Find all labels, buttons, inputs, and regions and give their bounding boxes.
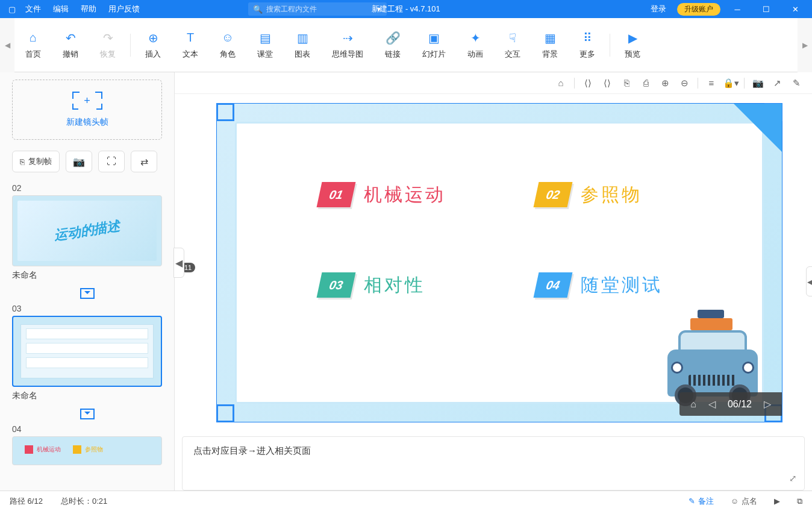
selection-corner[interactable] xyxy=(216,404,234,422)
search-input[interactable] xyxy=(266,5,373,13)
frame-title: 未命名 xyxy=(12,270,162,281)
menu-help[interactable]: 帮助 xyxy=(75,4,102,14)
toc-number: 01 xyxy=(317,182,356,207)
tool-interact[interactable]: ☟交互 xyxy=(494,25,531,66)
tool-redo[interactable]: ↷恢复 xyxy=(89,25,126,66)
scan-button[interactable]: ⛶ xyxy=(98,151,125,172)
frame-transition-icon[interactable] xyxy=(0,409,174,419)
redo-icon: ↷ xyxy=(101,31,115,45)
new-frame-button[interactable]: + 新建镜头帧 xyxy=(12,80,162,140)
login-link[interactable]: 登录 xyxy=(645,4,672,14)
nav-fwd-icon[interactable]: ⟨⟩ xyxy=(599,75,616,92)
toolbar-scroll-right[interactable]: ▶ xyxy=(798,18,812,72)
tool-anim[interactable]: ✦动画 xyxy=(457,25,494,66)
toc-item-04[interactable]: 04 随堂测试 xyxy=(536,272,663,298)
toolbar-scroll-left[interactable]: ◀ xyxy=(0,18,14,72)
tool-link[interactable]: 🔗链接 xyxy=(374,25,411,66)
copy-frame-button[interactable]: ⎘复制帧 xyxy=(12,151,60,172)
export-icon[interactable]: ↗ xyxy=(769,75,785,92)
collapse-left-panel[interactable]: ◀ xyxy=(173,248,184,278)
slide-nav-overlay: ⌂ ◁ 06/12 ▷ xyxy=(679,392,782,416)
minimize-button[interactable]: ─ xyxy=(725,0,749,18)
frame-thumbnail[interactable]: 运动的描述 xyxy=(12,195,162,266)
status-play[interactable]: ▶ xyxy=(774,497,780,506)
status-rollcall[interactable]: ☺点名 xyxy=(731,496,757,507)
person-icon: ☺ xyxy=(220,31,235,45)
tool-role[interactable]: ☺角色 xyxy=(209,25,246,66)
slide-canvas[interactable]: 01 机械运动 02 参照物 03 相对性 04 随堂测试 xyxy=(216,103,782,422)
maximize-button[interactable]: ☐ xyxy=(754,0,778,18)
tool-class[interactable]: ▤课堂 xyxy=(246,25,284,66)
slide-icon: ▣ xyxy=(427,31,442,45)
expand-notes-icon[interactable]: ⤢ xyxy=(789,473,797,484)
upgrade-button[interactable]: 升级账户 xyxy=(677,3,720,16)
tool-mindmap[interactable]: ⇢思维导图 xyxy=(321,25,374,66)
menu-edit[interactable]: 编辑 xyxy=(47,4,75,14)
search-box[interactable]: 🔍 ▼ xyxy=(248,2,387,16)
toc-number: 04 xyxy=(534,272,573,298)
mindmap-icon: ⇢ xyxy=(340,31,355,45)
selection-corner[interactable] xyxy=(216,103,234,121)
tool-bg[interactable]: ▦背景 xyxy=(531,25,569,66)
scan-icon: ⛶ xyxy=(107,156,116,167)
paste-icon[interactable]: ⎙ xyxy=(637,75,654,92)
align-icon[interactable]: ≡ xyxy=(703,75,720,92)
frame-number: 02 xyxy=(12,183,162,193)
home-icon: ⌂ xyxy=(26,31,40,45)
nav-home-icon[interactable]: ⌂ xyxy=(690,399,696,410)
canvas-home-icon[interactable]: ⌂ xyxy=(552,75,569,92)
frame-item-03[interactable]: 03 未命名 xyxy=(12,304,162,401)
tool-home[interactable]: ⌂首页 xyxy=(14,25,52,66)
separator xyxy=(610,34,610,57)
search-icon: 🔍 xyxy=(253,5,263,14)
frame-number: 03 xyxy=(12,304,162,313)
tool-insert[interactable]: ⊕插入 xyxy=(134,25,172,66)
app-icon: ▢ xyxy=(5,5,19,14)
frame-transition-icon[interactable] xyxy=(0,288,174,299)
zoom-out-icon[interactable]: ⊖ xyxy=(676,75,693,92)
nav-back-icon[interactable]: ⟨⟩ xyxy=(579,75,596,92)
toc-number: 02 xyxy=(534,182,573,207)
copy-icon[interactable]: ⎘ xyxy=(618,75,635,92)
menu-file[interactable]: 文件 xyxy=(19,4,47,14)
path-button[interactable]: ⇄ xyxy=(131,151,157,172)
tool-slide[interactable]: ▣幻灯片 xyxy=(411,25,457,66)
toc-text: 参照物 xyxy=(581,183,642,207)
capture-icon[interactable]: 📷 xyxy=(749,75,766,92)
notes-bar[interactable]: 点击对应目录→进入相关页面 ⤢ xyxy=(182,436,805,491)
status-duration: 总时长：0:21 xyxy=(61,496,107,507)
play-icon: ▶ xyxy=(774,497,780,506)
menu-feedback[interactable]: 用户反馈 xyxy=(102,4,146,14)
close-button[interactable]: ✕ xyxy=(783,0,807,18)
status-remark[interactable]: ✎备注 xyxy=(689,496,714,507)
window-title: 新建工程 - v4.7.101 xyxy=(372,4,440,14)
frame-thumbnail[interactable] xyxy=(12,316,162,387)
canvas-area: ⌂ ⟨⟩ ⟨⟩ ⎘ ⎙ ⊕ ⊖ ≡ 🔒▾ 📷 ↗ ✎ 11 ◀ xyxy=(175,72,812,491)
toc-item-03[interactable]: 03 相对性 xyxy=(319,272,425,298)
frames-panel: + 新建镜头帧 ⎘复制帧 📷 ⛶ ⇄ 02 运动的描述 未命名 03 未命名 0… xyxy=(0,72,175,491)
chart-icon: ▥ xyxy=(295,31,310,45)
canvas-viewport[interactable]: 11 ◀ 01 机械运动 02 参照物 03 相对性 xyxy=(175,94,812,431)
tool-chart[interactable]: ▥图表 xyxy=(284,25,321,66)
tool-preview[interactable]: ▶预览 xyxy=(614,25,651,66)
status-layers[interactable]: ⧉ xyxy=(797,497,802,506)
edit-icon[interactable]: ✎ xyxy=(788,75,805,92)
tool-text[interactable]: T文本 xyxy=(172,25,209,66)
link-icon: 🔗 xyxy=(386,31,400,45)
frame-item-04[interactable]: 04 机械运动 参照物 xyxy=(12,424,162,465)
tool-undo[interactable]: ↶撤销 xyxy=(52,25,89,66)
bg-icon: ▦ xyxy=(543,31,557,45)
right-panel-toggle[interactable]: ◀ xyxy=(806,266,812,296)
lock-icon[interactable]: 🔒▾ xyxy=(722,75,739,92)
tool-more[interactable]: ⠿更多 xyxy=(569,25,606,66)
snapshot-button[interactable]: 📷 xyxy=(66,151,92,172)
toc-text: 随堂测试 xyxy=(581,273,663,298)
toc-item-02[interactable]: 02 参照物 xyxy=(536,182,642,207)
frame-thumbnail[interactable]: 机械运动 参照物 xyxy=(12,436,162,465)
zoom-in-icon[interactable]: ⊕ xyxy=(657,75,673,92)
toc-item-01[interactable]: 01 机械运动 xyxy=(319,182,446,207)
nav-prev-icon[interactable]: ◁ xyxy=(708,398,716,410)
layers-icon: ⧉ xyxy=(797,497,802,506)
frame-item-02[interactable]: 02 运动的描述 未命名 xyxy=(12,183,162,281)
nav-next-icon[interactable]: ▷ xyxy=(764,398,771,410)
